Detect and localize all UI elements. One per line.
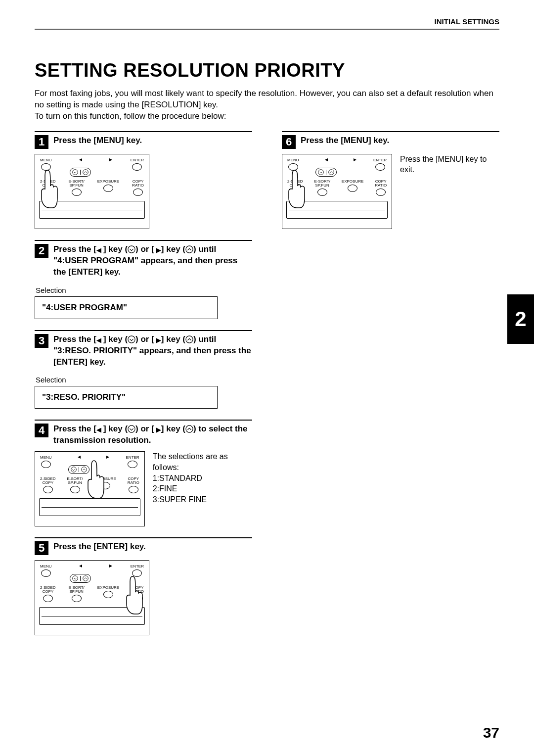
control-panel-illustration: MENU ENTER <box>35 154 149 229</box>
step-3: 3 Press the [] key () or [] key () until… <box>35 330 252 409</box>
step-title: Press the [MENU] key. <box>53 135 142 146</box>
right-key-icon <box>154 427 161 433</box>
right-arrow-label <box>109 565 112 568</box>
down-chevron-icon <box>318 169 324 175</box>
step-title: Press the [] key () or [] key () until "… <box>53 244 252 278</box>
menu-button-icon <box>41 461 51 468</box>
menu-label: MENU <box>40 565 52 568</box>
up-chevron-icon <box>83 575 89 581</box>
ratio-label: COPY RATIO <box>375 180 387 188</box>
control-panel-illustration: MENU ENTER <box>282 154 392 229</box>
page-number: 37 <box>483 724 499 741</box>
right-key-icon <box>154 248 161 253</box>
chapter-tab: 2 <box>507 294 534 344</box>
enter-button-icon <box>128 461 137 468</box>
down-chevron-icon <box>72 575 78 581</box>
intro-text: For most faxing jobs, you will most like… <box>35 88 499 122</box>
option-standard: 1:STANDARD <box>153 474 202 482</box>
left-key-icon <box>96 248 103 253</box>
esort-label: E-SORT/ SP.FUN <box>67 477 83 485</box>
up-circle-icon <box>185 425 193 433</box>
step-number: 2 <box>35 244 48 258</box>
down-circle-icon <box>128 425 135 433</box>
esort-label: E-SORT/ SP.FUN <box>68 180 84 188</box>
step-6: 6 Press the [MENU] key. MENU <box>282 131 499 229</box>
esort-button-icon <box>70 486 80 493</box>
left-arrow-label <box>79 565 82 568</box>
left-arrow-label <box>78 456 81 460</box>
finger-pointer-icon <box>285 169 306 209</box>
ratio-button-icon <box>133 189 143 196</box>
esort-button-icon <box>317 189 327 196</box>
section-header: INITIAL SETTINGS <box>35 17 499 26</box>
options-intro: The selections are as follows: <box>153 452 228 472</box>
menu-label: MENU <box>40 158 52 162</box>
page-title: SETTING RESOLUTION PRIORITY <box>35 60 499 81</box>
esort-button-icon <box>72 189 82 196</box>
enter-label: ENTER <box>131 565 144 568</box>
up-chevron-icon <box>328 169 334 175</box>
enter-label: ENTER <box>373 158 387 162</box>
two-sided-button-icon <box>43 486 53 493</box>
right-arrow-label <box>106 456 109 460</box>
esort-label: E-SORT/ SP.FUN <box>68 586 84 594</box>
left-arrow-label <box>325 158 328 162</box>
selection-label: Selection <box>36 376 252 384</box>
esort-button-icon <box>72 595 82 602</box>
step-5: 5 Press the [ENTER] key. MENU <box>35 537 252 635</box>
lcd-readout: "3:RESO. PRIORITY" <box>35 386 218 409</box>
left-key-icon <box>96 338 103 343</box>
header-rule <box>35 29 499 30</box>
up-chevron-icon <box>83 169 89 175</box>
step-title: Press the [ENTER] key. <box>53 541 146 553</box>
option-super-fine: 3:SUPER FINE <box>153 495 207 504</box>
up-circle-icon <box>185 335 193 343</box>
esort-label: E-SORT/ SP.FUN <box>314 180 330 188</box>
step-number: 1 <box>35 135 48 149</box>
menu-label: MENU <box>287 158 299 162</box>
menu-label: MENU <box>40 456 52 460</box>
step-note: Press the [MENU] key to exit. <box>400 154 499 229</box>
ratio-button-icon <box>129 486 138 493</box>
step-number: 3 <box>35 334 48 348</box>
exposure-button-icon <box>103 591 113 598</box>
enter-label: ENTER <box>131 158 144 162</box>
two-sided-label: 2-SIDED COPY <box>40 477 56 485</box>
two-sided-button-icon <box>43 595 53 602</box>
exposure-button-icon <box>348 185 357 192</box>
step-number: 5 <box>35 541 48 555</box>
intro-line-2: To turn on this function, follow the pro… <box>35 111 226 121</box>
enter-button-icon <box>375 163 385 171</box>
menu-button-icon <box>41 569 51 577</box>
lcd-readout: "4:USER PROGRAM" <box>35 296 218 319</box>
control-panel-illustration: MENU ENTER <box>35 560 149 635</box>
right-arrow-label <box>354 158 356 162</box>
step-2: 2 Press the [] key () or [] key () until… <box>35 240 252 319</box>
down-chevron-icon <box>72 169 78 175</box>
control-panel-illustration: MENU ENTER <box>35 451 145 526</box>
right-key-icon <box>154 338 161 343</box>
ratio-label: COPY RATIO <box>132 180 144 188</box>
up-circle-icon <box>185 245 193 253</box>
exposure-label: EXPOSURE <box>97 586 119 590</box>
step-title: Press the [] key () or [] key () until "… <box>53 334 252 368</box>
ratio-label: COPY RATIO <box>128 477 139 485</box>
selection-options: The selections are as follows: 1:STANDAR… <box>153 451 252 526</box>
step-title: Press the [] key () or [] key () to sele… <box>53 424 252 446</box>
down-chevron-icon <box>71 467 77 472</box>
enter-label: ENTER <box>126 456 139 460</box>
finger-pointer-icon <box>38 169 59 209</box>
left-key-icon <box>96 427 103 433</box>
nav-oval-icon <box>70 574 91 583</box>
exposure-label: EXPOSURE <box>97 180 119 184</box>
down-circle-icon <box>128 245 135 253</box>
exposure-button-icon <box>103 185 113 192</box>
down-circle-icon <box>128 335 135 343</box>
lcd-display-icon <box>39 498 140 516</box>
step-title: Press the [MENU] key. <box>301 135 389 146</box>
selection-label: Selection <box>36 286 252 294</box>
step-number: 4 <box>35 424 48 437</box>
exposure-label: EXPOSURE <box>342 180 363 184</box>
option-fine: 2:FINE <box>153 484 178 493</box>
step-1: 1 Press the [MENU] key. MENU <box>35 131 252 229</box>
